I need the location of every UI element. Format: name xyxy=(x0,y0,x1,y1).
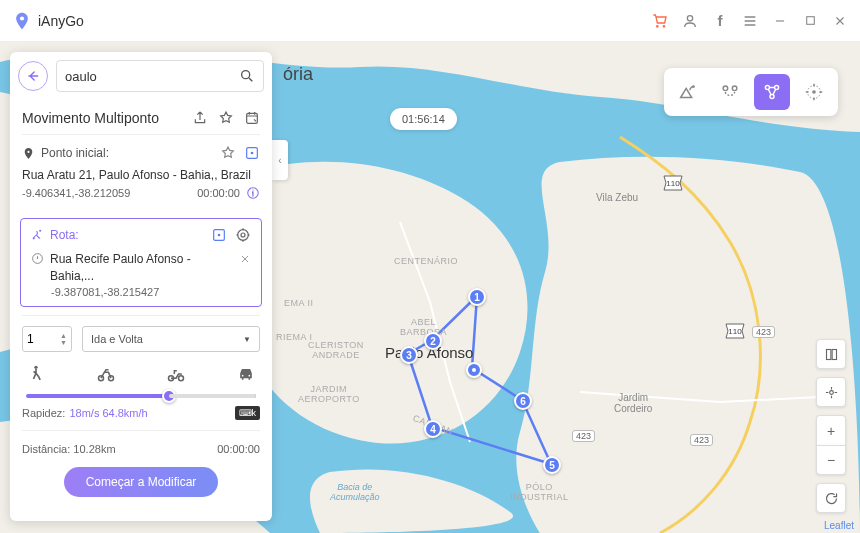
locate-icon[interactable] xyxy=(211,227,227,243)
close-button[interactable] xyxy=(832,13,848,29)
svg-point-6 xyxy=(242,71,250,79)
distance-value: 10.28km xyxy=(73,443,115,455)
speed-slider[interactable] xyxy=(26,394,256,398)
star-icon[interactable] xyxy=(220,145,236,161)
zoom-in-button[interactable]: + xyxy=(816,415,846,445)
start-time: 00:00:00 xyxy=(197,187,240,199)
search-icon[interactable] xyxy=(239,68,255,84)
loop-count-input[interactable]: 1 ▲▼ xyxy=(22,326,72,352)
target-icon[interactable] xyxy=(235,227,251,243)
start-address: Rua Aratu 21, Paulo Afonso - Bahia,, Bra… xyxy=(22,167,260,184)
app-logo: iAnyGo xyxy=(12,11,84,31)
zoom-out-button[interactable]: − xyxy=(816,445,846,475)
svg-point-10 xyxy=(251,152,254,155)
route-icon xyxy=(31,228,44,241)
search-input[interactable] xyxy=(65,69,239,84)
svg-rect-35 xyxy=(826,349,830,359)
info-icon xyxy=(31,252,44,265)
start-modify-button[interactable]: Começar a Modificar xyxy=(64,467,219,497)
route-marker-3[interactable]: 3 xyxy=(400,346,418,364)
reset-button[interactable] xyxy=(816,483,846,513)
svg-point-24 xyxy=(179,376,184,381)
multi-spot-mode-button[interactable] xyxy=(754,74,790,110)
keyboard-badge[interactable]: ⌨k xyxy=(235,406,261,420)
history-icon[interactable] xyxy=(244,110,260,126)
current-location-marker[interactable] xyxy=(466,362,482,378)
collapse-sidebar-button[interactable]: ‹ xyxy=(272,140,288,180)
info-icon[interactable] xyxy=(246,186,260,200)
panel-title: Movimento Multiponto xyxy=(22,110,159,126)
route-marker-2[interactable]: 2 xyxy=(424,332,442,350)
bike-icon[interactable] xyxy=(96,364,116,384)
route-marker-6[interactable]: 6 xyxy=(514,392,532,410)
layers-button[interactable] xyxy=(816,339,846,369)
minimize-button[interactable] xyxy=(772,13,788,29)
svg-point-33 xyxy=(812,90,816,94)
menu-icon[interactable] xyxy=(742,13,758,29)
recenter-button[interactable] xyxy=(816,377,846,407)
timer-bubble: 01:56:14 xyxy=(390,108,457,130)
svg-point-29 xyxy=(732,86,737,91)
maximize-button[interactable] xyxy=(802,13,818,29)
svg-rect-36 xyxy=(832,349,836,359)
joystick-mode-button[interactable] xyxy=(796,74,832,110)
svg-point-32 xyxy=(770,95,774,99)
road-badge: 423 xyxy=(752,326,775,338)
logo-icon xyxy=(12,11,32,31)
route-marker-1[interactable]: 1 xyxy=(468,288,486,306)
svg-point-30 xyxy=(765,85,769,89)
back-button[interactable] xyxy=(18,61,48,91)
svg-point-12 xyxy=(252,189,253,190)
route-address: Rua Recife Paulo Afonso - Bahia,... xyxy=(50,251,233,285)
facebook-icon[interactable]: f xyxy=(712,13,728,29)
svg-point-31 xyxy=(775,85,779,89)
walk-icon[interactable] xyxy=(26,364,46,384)
route-label: Rota: xyxy=(50,228,79,242)
start-coords: -9.406341,-38.212059 xyxy=(22,187,130,199)
svg-point-0 xyxy=(20,16,24,20)
svg-point-18 xyxy=(241,233,245,237)
svg-point-26 xyxy=(249,375,251,377)
favorite-icon[interactable] xyxy=(218,110,234,126)
svg-point-28 xyxy=(723,86,728,91)
teleport-mode-button[interactable] xyxy=(670,74,706,110)
svg-point-16 xyxy=(218,233,221,236)
speed-label: Rapidez: xyxy=(22,407,65,419)
locate-icon[interactable] xyxy=(244,145,260,161)
titlebar: iAnyGo f xyxy=(0,0,860,42)
speed-value: 18m/s 64.8km/h xyxy=(69,407,147,419)
start-label: Ponto inicial: xyxy=(41,146,109,160)
svg-point-13 xyxy=(33,238,35,240)
svg-point-1 xyxy=(687,15,692,20)
svg-text:110: 110 xyxy=(666,179,680,188)
svg-text:110: 110 xyxy=(728,327,742,336)
svg-rect-2 xyxy=(806,17,814,25)
map-controls: + − xyxy=(816,339,846,513)
two-spot-mode-button[interactable] xyxy=(712,74,748,110)
svg-point-8 xyxy=(27,150,29,152)
app-name: iAnyGo xyxy=(38,13,84,29)
route-marker-5[interactable]: 5 xyxy=(543,456,561,474)
remove-route-icon[interactable] xyxy=(239,253,251,265)
distance-time: 00:00:00 xyxy=(217,443,260,455)
route-marker-4[interactable]: 4 xyxy=(424,420,442,438)
distance-label: Distância: xyxy=(22,443,70,455)
car-icon[interactable] xyxy=(236,364,256,384)
cart-icon[interactable] xyxy=(652,13,668,29)
user-icon[interactable] xyxy=(682,13,698,29)
road-shield: 110 xyxy=(724,322,746,340)
svg-point-14 xyxy=(39,230,41,232)
svg-point-25 xyxy=(242,375,244,377)
search-box[interactable] xyxy=(56,60,264,92)
svg-point-27 xyxy=(692,85,695,88)
svg-rect-7 xyxy=(247,113,258,123)
share-icon[interactable] xyxy=(192,110,208,126)
sidebar-panel: Movimento Multiponto Ponto inicial: Rua … xyxy=(10,52,272,521)
trip-mode-select[interactable]: Ida e Volta ▼ xyxy=(82,326,260,352)
mode-toolbar xyxy=(664,68,838,116)
map-attribution[interactable]: Leaflet xyxy=(824,520,854,531)
route-coords: -9.387081,-38.215427 xyxy=(51,286,251,298)
motorcycle-icon[interactable] xyxy=(166,364,186,384)
svg-point-17 xyxy=(238,229,249,240)
road-badge: 423 xyxy=(572,430,595,442)
